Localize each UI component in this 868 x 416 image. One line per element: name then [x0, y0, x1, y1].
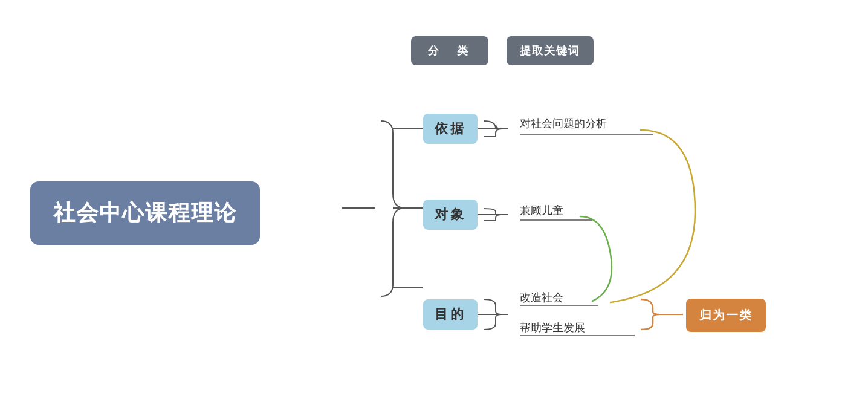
branch-node-duixiang: 对象: [423, 200, 478, 230]
classify-button[interactable]: 分 类: [411, 36, 488, 65]
top-buttons-container: 分 类 提取关键词: [411, 36, 594, 65]
branch-node-mudi: 目的: [423, 299, 478, 330]
leaf-text-shehui: 对社会问题的分析: [520, 116, 607, 131]
leaf-text-gaizao: 改造社会: [520, 290, 563, 305]
leaf-text-bangzhu: 帮助学生发展: [520, 320, 585, 335]
leaf-text-jiandu: 兼顾儿童: [520, 203, 563, 218]
merge-button[interactable]: 归为一类: [686, 299, 766, 332]
keywords-button[interactable]: 提取关键词: [507, 36, 594, 65]
main-concept-node: 社会中心课程理论: [30, 181, 260, 245]
branch-node-yiju: 依据: [423, 114, 478, 144]
